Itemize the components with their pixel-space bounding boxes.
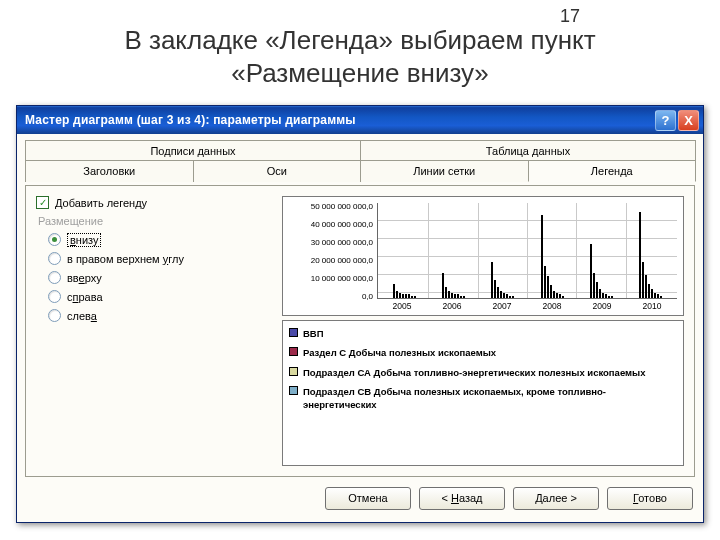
bar-group-4 [577,203,626,298]
legend-item-3: Подраздел СВ Добыча полезных ископаемых,… [289,385,677,412]
tab-data-table[interactable]: Таблица данных [360,140,696,162]
placement-label-1: в правом верхнем углу [67,253,184,265]
x-axis-labels: 200520062007200820092010 [377,301,677,313]
placement-option-0[interactable]: внизу [48,233,276,246]
placement-radio-2[interactable] [48,271,61,284]
client-area: Подписи данных Таблица данных Заголовки … [17,134,703,522]
placement-label-4: слева [67,310,97,322]
placement-label-3: справа [67,291,103,303]
titlebar[interactable]: Мастер диаграмм (шаг 3 из 4): параметры … [17,106,703,134]
placement-label-0: внизу [67,234,101,246]
placement-radio-1[interactable] [48,252,61,265]
show-legend-checkbox[interactable]: ✓ [36,196,49,209]
legend-swatch-icon [289,328,298,337]
tabstrip: Подписи данных Таблица данных Заголовки … [25,140,695,186]
bar-group-2 [479,203,528,298]
legend-item-2: Подраздел СА Добыча топливно-энергетичес… [289,366,677,379]
placement-radio-0[interactable] [48,233,61,246]
next-button[interactable]: Далее > [513,487,599,510]
placement-label-2: вверху [67,272,102,284]
slide-number: 17 [560,6,580,27]
back-button[interactable]: < Назад [419,487,505,510]
finish-button[interactable]: Готово [607,487,693,510]
close-icon: X [684,113,693,128]
y-axis-labels: 50 000 000 000,040 000 000 000,030 000 0… [285,201,375,313]
tab-gridlines[interactable]: Линии сетки [360,160,529,182]
legend-swatch-icon [289,386,298,395]
placement-option-3[interactable]: справа [48,290,276,303]
slide-title-line1: В закладке «Легенда» выбираем пункт [124,25,595,55]
legend-item-0: ВВП [289,327,677,340]
legend-options: ✓ Добавить легенду Размещение внизув пра… [36,196,276,466]
placement-option-4[interactable]: слева [48,309,276,322]
placement-option-1[interactable]: в правом верхнем углу [48,252,276,265]
legend-item-1: Раздел С Добыча полезных ископаемых [289,346,677,359]
slide-title-line2: «Размещение внизу» [231,58,489,88]
show-legend-label: Добавить легенду [55,197,147,209]
chart-legend-preview: ВВПРаздел С Добыча полезных ископаемыхПо… [282,320,684,466]
chart-preview: 50 000 000 000,040 000 000 000,030 000 0… [282,196,684,316]
wizard-window: Мастер диаграмм (шаг 3 из 4): параметры … [16,105,704,523]
cancel-button[interactable]: Отмена [325,487,411,510]
button-row: Отмена < Назад Далее > Готово [25,477,695,512]
plot-area [377,203,677,299]
window-title: Мастер диаграмм (шаг 3 из 4): параметры … [25,113,653,127]
help-icon: ? [662,113,670,128]
placement-radio-3[interactable] [48,290,61,303]
chart-preview-column: 50 000 000 000,040 000 000 000,030 000 0… [282,196,684,466]
bar-group-1 [429,203,478,298]
placement-radio-4[interactable] [48,309,61,322]
placement-option-2[interactable]: вверху [48,271,276,284]
placement-group-label: Размещение [38,215,276,227]
bar-group-5 [627,203,675,298]
help-button[interactable]: ? [655,110,676,131]
tab-data-labels[interactable]: Подписи данных [25,140,361,162]
bar-group-3 [528,203,577,298]
bar-group-0 [380,203,429,298]
tab-legend[interactable]: Легенда [528,160,697,182]
slide-title: В закладке «Легенда» выбираем пункт «Раз… [0,0,720,97]
tab-titles[interactable]: Заголовки [25,160,194,182]
legend-swatch-icon [289,367,298,376]
legend-panel: ✓ Добавить легенду Размещение внизув пра… [25,185,695,477]
close-button[interactable]: X [678,110,699,131]
tab-axes[interactable]: Оси [193,160,362,182]
legend-swatch-icon [289,347,298,356]
